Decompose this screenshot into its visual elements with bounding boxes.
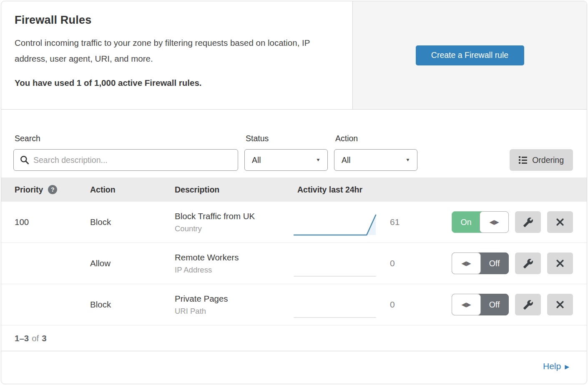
create-firewall-rule-button[interactable]: Create a Firewall rule xyxy=(416,45,524,65)
table-header: Priority ? Action Description Activity l… xyxy=(1,178,587,202)
status-select[interactable]: All ▼ xyxy=(244,149,328,171)
pagination-range: 1–3 xyxy=(15,333,29,343)
column-description: Description xyxy=(175,185,293,195)
rule-match-type: IP Address xyxy=(175,265,293,275)
rule-action: Allow xyxy=(90,258,175,268)
help-link-label: Help xyxy=(543,361,561,371)
activity-count: 61 xyxy=(379,217,416,227)
rule-description-cell: Remote Workers IP Address xyxy=(175,252,293,275)
ordering-button[interactable]: Ordering xyxy=(510,149,573,171)
toggle-handle-arrows-icon: ◀▶ xyxy=(452,252,481,274)
toggle-handle-arrows-icon: ◀▶ xyxy=(452,294,481,315)
wrench-icon xyxy=(523,258,533,269)
column-priority: Priority xyxy=(15,185,43,195)
close-icon xyxy=(555,258,565,268)
status-group: Status All ▼ xyxy=(244,134,328,171)
table-row: 100 Block Block Traffic from UK Country … xyxy=(1,202,587,243)
rule-priority: 100 xyxy=(15,217,90,227)
toggle-state-label: Off xyxy=(480,253,508,274)
delete-rule-button[interactable] xyxy=(547,211,573,233)
panel-header: Firewall Rules Control incoming traffic … xyxy=(1,1,587,110)
pagination-of-label: of xyxy=(32,333,39,343)
toggle-handle-arrows-icon: ◀▶ xyxy=(480,211,509,233)
edit-rule-button[interactable] xyxy=(515,252,541,274)
rule-match-type: Country xyxy=(175,224,293,233)
chevron-down-icon: ▼ xyxy=(316,158,321,162)
activity-sparkline xyxy=(293,254,379,279)
rule-action: Block xyxy=(90,217,175,227)
status-label: Status xyxy=(244,134,328,143)
usage-note: You have used 1 of 1,000 active Firewall… xyxy=(15,78,339,88)
action-selected-value: All xyxy=(342,155,351,165)
rule-match-type: URI Path xyxy=(175,307,293,316)
page-description: Control incoming traffic to your zone by… xyxy=(15,35,338,67)
status-selected-value: All xyxy=(252,155,261,165)
activity-sparkline xyxy=(293,295,379,320)
help-bar: Help ▶ xyxy=(1,351,587,381)
rule-action: Block xyxy=(90,300,175,310)
delete-rule-button[interactable] xyxy=(547,252,573,274)
ordered-list-icon xyxy=(519,156,527,164)
close-icon xyxy=(555,217,565,227)
firewall-rules-panel: Firewall Rules Control incoming traffic … xyxy=(1,1,587,384)
pagination-bar: 1–3 of 3 xyxy=(1,325,587,351)
search-label: Search xyxy=(13,134,238,143)
delete-rule-button[interactable] xyxy=(547,294,573,315)
toggle-state-label: Off xyxy=(480,294,508,315)
help-link[interactable]: Help ▶ xyxy=(543,361,569,371)
close-icon xyxy=(555,300,565,310)
rule-enabled-toggle[interactable]: On ◀▶ xyxy=(452,211,509,233)
rule-description-cell: Block Traffic from UK Country xyxy=(175,211,293,233)
ordering-button-label: Ordering xyxy=(532,155,564,165)
column-action: Action xyxy=(90,185,175,195)
pagination-total: 3 xyxy=(42,333,46,343)
action-label: Action xyxy=(334,134,417,143)
edit-rule-button[interactable] xyxy=(515,294,541,315)
action-select[interactable]: All ▼ xyxy=(334,149,417,171)
rule-enabled-toggle[interactable]: ◀▶ Off xyxy=(452,252,509,274)
action-group: Action All ▼ xyxy=(334,134,417,171)
table-row: Allow Remote Workers IP Address 0 ◀▶ Off xyxy=(1,243,587,284)
rule-description: Remote Workers xyxy=(175,252,293,262)
activity-count: 0 xyxy=(379,258,416,268)
arrow-right-icon: ▶ xyxy=(565,363,569,370)
activity-sparkline xyxy=(293,212,379,238)
rule-description: Private Pages xyxy=(175,294,293,304)
wrench-icon xyxy=(523,300,533,310)
activity-count: 0 xyxy=(379,300,416,310)
table-row: Block Private Pages URI Path 0 ◀▶ Off xyxy=(1,284,587,325)
chevron-down-icon: ▼ xyxy=(405,158,410,162)
header-action-area: Create a Firewall rule xyxy=(352,1,587,109)
search-icon xyxy=(19,155,30,165)
filter-bar: Search Status All ▼ Action All ▼ xyxy=(1,110,587,178)
rule-enabled-toggle[interactable]: ◀▶ Off xyxy=(452,294,509,315)
page-title: Firewall Rules xyxy=(15,14,339,27)
search-group: Search xyxy=(13,134,238,171)
edit-rule-button[interactable] xyxy=(515,211,541,233)
rule-description: Block Traffic from UK xyxy=(175,211,293,221)
wrench-icon xyxy=(523,217,533,228)
rule-description-cell: Private Pages URI Path xyxy=(175,294,293,316)
priority-help-icon[interactable]: ? xyxy=(48,185,57,194)
header-text-block: Firewall Rules Control incoming traffic … xyxy=(1,1,352,109)
toggle-state-label: On xyxy=(452,212,480,232)
search-input[interactable] xyxy=(13,149,238,171)
column-activity: Activity last 24hr xyxy=(293,185,573,195)
